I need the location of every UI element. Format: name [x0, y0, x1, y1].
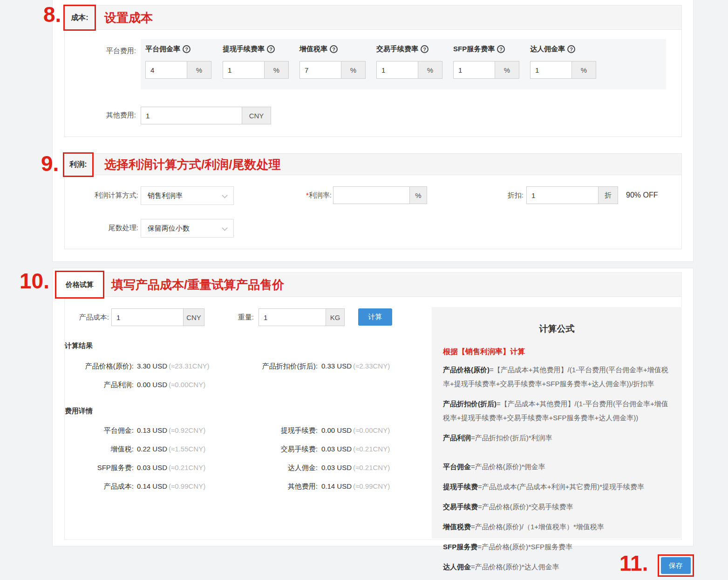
formula-line: 产品价格(原价)=【产品成本+其他费用】/(1-平台费用(平台佣金率+增值税率+…: [443, 363, 671, 391]
price-trial-header: 价格试算 填写产品成本/重量试算产品售价: [65, 273, 681, 297]
chevron-down-icon: [222, 225, 228, 231]
discount-label: 折扣:: [486, 191, 524, 200]
fee-detail-label: 增值税:: [67, 445, 134, 454]
sfp-service-rate-input[interactable]: [454, 61, 495, 78]
formula-line: 增值税费=产品价格(原价)/（1+增值税率）*增值税率: [443, 520, 671, 534]
formula-line: 交易手续费=产品价格(原价)*交易手续费率: [443, 500, 671, 514]
percent-unit: %: [418, 61, 442, 78]
fee-detail-value: 0.14 USD(≈0.99CNY): [137, 482, 205, 490]
chevron-down-icon: [222, 192, 228, 198]
fee-detail-heading: 费用详情: [65, 407, 93, 416]
kg-unit: KG: [326, 309, 344, 326]
rounding-label: 尾数处理:: [65, 224, 138, 232]
profit-rate-label: *利润率:: [260, 191, 332, 200]
formula-title: 计算公式: [443, 323, 671, 335]
save-button[interactable]: 保存: [661, 557, 691, 574]
transaction-fee-rate-input[interactable]: [377, 61, 418, 78]
fee-label: 增值税率: [299, 45, 327, 54]
percent-unit: %: [409, 187, 427, 204]
profit-section: 利润: 选择利润计算方式/利润/尾数处理 利润计算方式: 销售利润率 *利润率:…: [64, 153, 682, 249]
cost-section-title: 设置成本: [104, 6, 153, 30]
percent-unit: %: [187, 61, 211, 78]
fee-col-influencer-commission: 达人佣金率? %: [530, 39, 606, 79]
profit-method-value: 销售利润率: [148, 191, 183, 200]
influencer-commission-rate-input[interactable]: [531, 61, 572, 78]
cost-section-header: 成本: 设置成本: [65, 6, 681, 30]
price-trial-tag: 价格试算: [66, 280, 94, 289]
profit-section-header: 利润: 选择利润计算方式/利润/尾数处理: [65, 154, 681, 175]
result-label: 产品利润:: [67, 381, 134, 389]
formula-subtitle: 根据【销售利润率】计算: [443, 347, 671, 357]
cny-unit: CNY: [242, 107, 271, 124]
fee-col-withdrawal-fee: 提现手续费率? %: [223, 39, 298, 79]
fee-detail-value: 0.00 USD(≈0.00CNY): [321, 426, 390, 434]
profit-method-select[interactable]: 销售利润率: [141, 186, 234, 205]
annotation-box-price-trial: 价格试算: [55, 271, 104, 299]
fee-label: 交易手续费率: [376, 45, 418, 54]
vat-rate-input[interactable]: [300, 61, 341, 78]
result-label: 产品价格(原价):: [67, 362, 134, 371]
fee-detail-label: 产品成本:: [67, 482, 134, 491]
annotation-number-9: 9.: [41, 153, 59, 174]
profit-section-title: 选择利润计算方式/利润/尾数处理: [104, 154, 280, 175]
fee-detail-value: 0.22 USD(≈1.55CNY): [137, 445, 205, 453]
percent-unit: %: [572, 61, 596, 78]
platform-fee-table: 平台佣金率? % 提现手续费率? % 增值税率?: [141, 39, 666, 89]
platform-commission-rate-input[interactable]: [146, 61, 187, 78]
rounding-select[interactable]: 保留两位小数: [141, 219, 234, 238]
result-label: 产品折扣价(折后):: [244, 362, 318, 371]
fee-detail-label: 提现手续费:: [244, 426, 318, 435]
product-cost-label: 产品成本:: [67, 313, 109, 322]
help-icon[interactable]: ?: [267, 45, 275, 53]
percent-unit: %: [264, 61, 288, 78]
help-icon[interactable]: ?: [497, 45, 505, 53]
help-icon[interactable]: ?: [183, 45, 191, 53]
annotation-number-8: 8.: [43, 4, 61, 25]
fee-label: SFP服务费率: [453, 45, 495, 54]
price-trial-card: 价格试算 填写产品成本/重量试算产品售价 产品成本: CNY 重量: KG 计算…: [52, 268, 694, 546]
settings-card: 成本: 设置成本 平台费用: 平台佣金率? % 提现手续费率?: [52, 0, 694, 262]
fee-detail-value: 0.03 USD(≈0.21CNY): [321, 445, 390, 453]
annotation-box-save: 保存: [658, 554, 694, 577]
discount-unit: 折: [598, 187, 618, 204]
fee-label: 提现手续费率: [223, 45, 265, 54]
weight-input[interactable]: [259, 309, 326, 326]
fee-detail-value: 0.03 USD(≈0.21CNY): [137, 464, 205, 471]
discount-input[interactable]: [527, 187, 598, 204]
other-fee-input[interactable]: [141, 107, 242, 124]
percent-unit: %: [495, 61, 519, 78]
calculate-button[interactable]: 计算: [358, 308, 392, 326]
fee-detail-label: 交易手续费:: [244, 445, 318, 454]
result-heading: 计算结果: [65, 341, 93, 350]
help-icon[interactable]: ?: [330, 45, 338, 53]
price-trial-title: 填写产品成本/重量试算产品售价: [111, 273, 284, 297]
weight-label: 重量:: [221, 313, 254, 322]
product-cost-input[interactable]: [112, 309, 183, 326]
cost-section-tag: 成本:: [71, 13, 88, 23]
formula-line: 平台佣金=产品价格(原价)*佣金率: [443, 460, 671, 474]
fee-detail-label: 平台佣金:: [67, 426, 134, 435]
result-value: 0.33 USD(≈2.33CNY): [321, 362, 390, 370]
other-fee-label: 其他费用:: [82, 111, 136, 120]
help-icon[interactable]: ?: [567, 45, 575, 53]
discount-hint: 90% OFF: [626, 191, 658, 199]
percent-unit: %: [341, 61, 365, 78]
profit-section-tag: 利润:: [69, 160, 87, 170]
rounding-value: 保留两位小数: [148, 224, 190, 233]
result-value: 0.00 USD(≈0.00CNY): [137, 381, 205, 389]
help-icon[interactable]: ?: [421, 45, 429, 53]
fee-col-sfp-service: SFP服务费率? %: [453, 39, 529, 79]
platform-fee-label: 平台费用:: [82, 47, 136, 55]
price-trial-section: 价格试算 填写产品成本/重量试算产品售价 产品成本: CNY 重量: KG 计算…: [64, 272, 682, 540]
fee-label: 达人佣金率: [530, 45, 565, 54]
profit-method-label: 利润计算方式:: [65, 191, 138, 200]
fee-col-vat: 增值税率? %: [299, 39, 375, 79]
fee-detail-label: 其他费用:: [244, 482, 318, 491]
fee-detail-label: 达人佣金:: [244, 464, 318, 472]
fee-detail-value: 0.03 USD(≈0.21CNY): [321, 464, 390, 471]
formula-line: 提现手续费=产品总成本(产品成本+利润+其它费用)*提现手续费率: [443, 480, 671, 494]
formula-line: 产品利润=产品折扣价(折后)*利润率: [443, 431, 671, 445]
withdrawal-fee-rate-input[interactable]: [223, 61, 264, 78]
profit-rate-input[interactable]: [333, 187, 409, 204]
fee-detail-label: SFP服务费:: [67, 464, 134, 472]
